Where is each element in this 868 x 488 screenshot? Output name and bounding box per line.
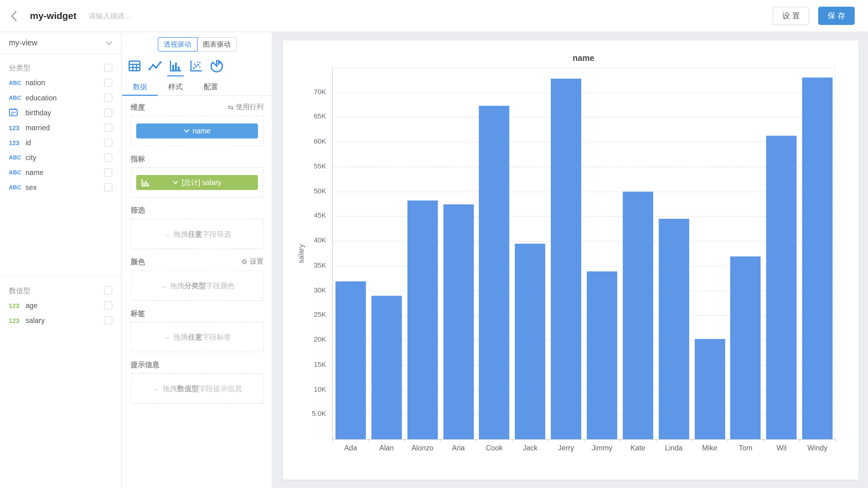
field-checkbox[interactable] bbox=[104, 123, 113, 132]
tag-section: 标签 →拖拽任意字段标签 bbox=[131, 309, 264, 353]
field-name: age bbox=[26, 301, 104, 310]
x-tick-label: Jimmy bbox=[584, 444, 620, 452]
field-item-age[interactable]: 123age bbox=[0, 298, 121, 313]
field-checkbox[interactable] bbox=[104, 94, 113, 102]
field-checkbox[interactable] bbox=[104, 109, 113, 117]
categorical-field-list: ABCnationABCeducationbirthday123married1… bbox=[0, 75, 121, 195]
chart-type-switcher bbox=[128, 59, 272, 73]
y-tick-label: 15K bbox=[314, 361, 326, 368]
tag-dropzone[interactable]: →拖拽任意字段标签 bbox=[131, 322, 264, 352]
x-axis-tick bbox=[835, 439, 836, 442]
bar-Ada[interactable] bbox=[336, 281, 366, 439]
section-checkbox[interactable] bbox=[104, 286, 113, 295]
scatter-chart-icon[interactable] bbox=[189, 59, 203, 73]
y-tick-label: 10K bbox=[314, 385, 326, 393]
number-type-icon: 123 bbox=[9, 302, 26, 309]
x-axis-tick bbox=[656, 439, 656, 442]
x-axis-tick bbox=[620, 439, 620, 442]
dimension-dropzone[interactable]: name bbox=[131, 116, 264, 146]
description-input[interactable]: 请输入描述... bbox=[89, 11, 130, 21]
mode-pivot-button[interactable]: 透视驱动 bbox=[157, 37, 197, 51]
settings-button[interactable]: 设 置 bbox=[773, 6, 810, 25]
view-selector[interactable]: my-view bbox=[0, 32, 121, 54]
measure-dropzone[interactable]: [总计] salary bbox=[131, 167, 264, 198]
string-type-icon: ABC bbox=[9, 184, 26, 190]
pie-chart-icon[interactable] bbox=[210, 59, 223, 73]
field-item-sex[interactable]: ABCsex bbox=[0, 180, 121, 195]
bar-Tom[interactable] bbox=[731, 256, 761, 439]
field-checkbox[interactable] bbox=[104, 169, 113, 177]
tab-config[interactable]: 配置 bbox=[193, 79, 229, 95]
y-tick-label: 20K bbox=[314, 336, 326, 343]
y-tick-label: 35K bbox=[314, 262, 326, 269]
y-tick-label: 5.0K bbox=[312, 410, 326, 418]
field-checkbox[interactable] bbox=[104, 316, 113, 325]
bar-chart-icon[interactable] bbox=[169, 59, 182, 73]
plot-area: salary 5.0K10K15K20K25K30K35K40K45K50K55… bbox=[332, 67, 835, 439]
arrow-icon: → bbox=[152, 385, 159, 393]
tooltip-dropzone[interactable]: →拖拽数值型字段提示信息 bbox=[131, 373, 264, 404]
field-item-city[interactable]: ABCcity bbox=[0, 150, 121, 165]
bar-Jack[interactable] bbox=[515, 243, 546, 439]
table-chart-icon[interactable] bbox=[128, 59, 141, 73]
bar-chart-mini-icon bbox=[141, 178, 150, 188]
field-item-nation[interactable]: ABCnation bbox=[0, 75, 121, 90]
y-tick-label: 25K bbox=[314, 311, 326, 318]
measure-pill[interactable]: [总计] salary bbox=[136, 175, 258, 190]
field-item-salary[interactable]: 123salary bbox=[0, 313, 121, 328]
bar-Alonzo[interactable] bbox=[407, 201, 438, 439]
bar-Mike[interactable] bbox=[694, 339, 725, 439]
bar-Kate[interactable] bbox=[623, 191, 653, 439]
field-checkbox[interactable] bbox=[104, 183, 113, 192]
field-item-name[interactable]: ABCname bbox=[0, 165, 121, 180]
field-item-married[interactable]: 123married bbox=[0, 120, 121, 135]
save-button[interactable]: 保 存 bbox=[818, 6, 855, 25]
field-checkbox[interactable] bbox=[104, 154, 113, 162]
section-checkbox[interactable] bbox=[104, 64, 113, 72]
color-dropzone[interactable]: →拖拽分类型字段颜色 bbox=[131, 270, 264, 301]
filter-dropzone[interactable]: →拖拽任意字段筛选 bbox=[131, 219, 264, 249]
x-axis-tick bbox=[764, 439, 764, 442]
field-checkbox[interactable] bbox=[104, 138, 113, 147]
x-axis-tick bbox=[476, 439, 477, 442]
color-settings-link[interactable]: ⚙ 设置 bbox=[241, 257, 264, 266]
x-tick-label: Jerry bbox=[548, 444, 584, 452]
tab-data[interactable]: 数据 bbox=[122, 79, 158, 95]
field-name: name bbox=[26, 169, 104, 177]
bar-Jimmy[interactable] bbox=[587, 271, 617, 439]
bar-Wil[interactable] bbox=[766, 136, 797, 439]
bar-Linda[interactable] bbox=[659, 219, 689, 439]
mode-toggle: 透视驱动 图表驱动 bbox=[122, 37, 272, 51]
bar-Jerry[interactable] bbox=[551, 78, 581, 439]
number-type-icon: 123 bbox=[9, 139, 26, 146]
color-section: 颜色 ⚙ 设置 →拖拽分类型字段颜色 bbox=[131, 257, 264, 301]
x-tick-label: Alan bbox=[368, 444, 404, 452]
bar-Windy[interactable] bbox=[802, 78, 833, 439]
field-item-education[interactable]: ABCeducation bbox=[0, 90, 121, 105]
bar-Aria[interactable] bbox=[443, 204, 473, 439]
field-item-id[interactable]: 123id bbox=[0, 135, 121, 150]
bar-Cook[interactable] bbox=[479, 106, 509, 439]
bar-Alan[interactable] bbox=[371, 296, 402, 439]
swap-icon: ⇆ bbox=[228, 103, 234, 111]
top-bar: my-widget 请输入描述... 设 置 保 存 bbox=[0, 0, 868, 32]
use-rowcol-link[interactable]: ⇆ 使用行列 bbox=[228, 102, 264, 112]
dimension-pill[interactable]: name bbox=[136, 123, 258, 138]
back-icon[interactable] bbox=[11, 10, 22, 22]
chevron-down-icon bbox=[105, 38, 112, 47]
measure-label: 指标 bbox=[131, 154, 145, 163]
x-tick-label: Alonzo bbox=[404, 444, 440, 452]
line-chart-icon[interactable] bbox=[149, 59, 162, 73]
field-item-birthday[interactable]: birthday bbox=[0, 105, 121, 120]
string-type-icon: ABC bbox=[9, 170, 26, 176]
y-tick-label: 45K bbox=[314, 212, 326, 219]
mode-chart-button[interactable]: 图表驱动 bbox=[197, 37, 237, 51]
field-checkbox[interactable] bbox=[104, 79, 113, 87]
dimension-section: 维度 ⇆ 使用行列 name bbox=[131, 102, 264, 146]
tab-style[interactable]: 样式 bbox=[158, 79, 193, 95]
arrow-icon: → bbox=[163, 230, 170, 238]
section-header-categorical: 分类型 bbox=[0, 60, 121, 75]
field-checkbox[interactable] bbox=[104, 301, 113, 310]
widget-editor: my-widget 请输入描述... 设 置 保 存 my-view 分类型 A… bbox=[0, 0, 868, 488]
field-name: married bbox=[26, 123, 104, 132]
